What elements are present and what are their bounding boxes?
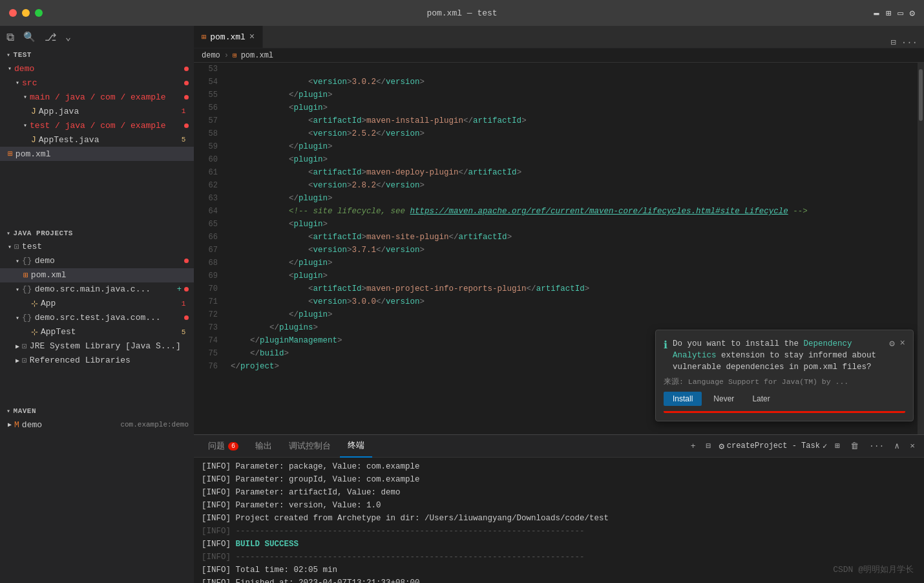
terminal-content[interactable]: [INFO] Parameter: package, Value: com.ex… [194,458,924,583]
notification-info-icon: ℹ [664,339,667,352]
demo-label: demo [14,64,182,74]
sidebar-item-jp-src-main[interactable]: ▾ {} demo.src.main.java.c... + [0,282,194,297]
settings-icon[interactable]: ⚙ [910,8,915,19]
src-arrow: ▾ [16,79,19,87]
sidebar-item-demo[interactable]: ▾ demo [0,61,194,76]
sidebar-item-jp-demo[interactable]: ▾ {} demo [0,254,194,268]
braces-test-icon: {} [22,313,32,323]
breadcrumb-demo[interactable]: demo [202,51,220,60]
log-sep-2: [INFO] ---------------------------------… [202,551,916,564]
split-panel-btn[interactable]: ⊞ [832,440,843,452]
trash-btn[interactable]: 🗑 [848,440,861,452]
sidebar-item-jp-pom[interactable]: ⊞ pom.xml [0,268,194,282]
test-path-dot [184,123,189,128]
main-arrow: ▾ [23,93,27,101]
notification-text: Do you want to install the Dependency An… [673,338,884,373]
sidebar-item-maven-demo[interactable]: ▶ M demo com.example:demo [0,418,194,432]
traffic-lights [9,9,43,17]
add-terminal-btn[interactable]: + [688,440,698,452]
apptest-java-label: AppTest.java [39,135,178,145]
maximize-button[interactable] [35,9,43,17]
close-button[interactable] [9,9,17,17]
jp-src-main-label: demo.src.main.java.c... [35,284,174,294]
close-panel-btn[interactable]: × [907,440,918,452]
notification-source: 来源: Language Support for Java(TM) by ... [664,377,905,387]
log-sep-1: [INFO] ---------------------------------… [202,525,916,538]
sidebar-item-src[interactable]: ▾ src [0,76,194,90]
line-numbers: 5354555657 5859606162 6364656667 6869707… [194,63,223,434]
jp-reflibs-label: Referenced Libraries [30,355,189,365]
maven-demo-sublabel: com.example:demo [120,421,189,429]
panel-tab-problems[interactable]: 问题 6 [200,435,246,458]
branch-icon[interactable]: ⎇ [45,31,56,44]
jp-test-arrow: ▾ [8,243,12,251]
jp-src-test-label: demo.src.test.java.com... [35,313,182,323]
minimize-button[interactable] [22,9,30,17]
sidebar-item-jp-jre[interactable]: ▶ ⊡ JRE System Library [Java S...] [0,339,194,354]
test-section-header[interactable]: ▾ TEST [0,48,194,61]
panel-tab-terminal[interactable]: 终端 [340,435,372,458]
notif-text-part1: Do you want to install the [673,339,804,348]
tab-close-button[interactable]: × [249,32,255,42]
search-icon[interactable]: 🔍 [23,31,36,43]
maven-section-header[interactable]: ▾ MAVEN [0,405,194,418]
jp-src-main-dot [184,287,189,292]
sidebar-item-jp-src-test[interactable]: ▾ {} demo.src.test.java.com... [0,311,194,325]
jp-pom-label: pom.xml [31,270,189,280]
watermark: CSDN @明明如月学长 [833,564,914,575]
panel-tab-debug[interactable]: 调试控制台 [281,435,339,458]
up-btn[interactable]: ∧ [892,440,902,452]
sidebar-item-main-path[interactable]: ▾ main / java / com / example [0,90,194,104]
braces-icon: {} [22,256,32,266]
copy-files-icon[interactable]: ⧉ [6,31,14,44]
sidebar-item-pom-xml[interactable]: ⊞ pom.xml [0,147,194,161]
notification-close-button[interactable]: × [900,338,905,348]
tab-pom-label: pom.xml [210,32,246,42]
chevron-down-icon[interactable]: ⌄ [65,31,71,43]
main-dot [184,95,189,100]
split-terminal-btn[interactable]: ⊟ [704,440,714,452]
apptest-icon: ⊹ [31,327,38,337]
sidebar-item-jp-test[interactable]: ▾ ⊡ test [0,240,194,254]
breadcrumb-pom[interactable]: pom.xml [241,51,273,60]
problems-badge: 6 [228,442,238,450]
log-line-5: [INFO] Project created from Archetype in… [202,512,916,525]
sidebar-item-jp-app[interactable]: ⊹ App 1 [0,297,194,311]
more-btn[interactable]: ··· [866,440,887,452]
sidebar-toggle-icon[interactable]: ▭ [898,8,903,19]
task-check-icon: ✓ [823,441,827,451]
never-button[interactable]: Never [707,392,740,406]
install-button[interactable]: Install [664,392,702,406]
reflib-icon: ⊡ [22,355,27,366]
braces-main-icon: {} [22,284,32,294]
sidebar-item-apptest-java[interactable]: J AppTest.java 5 [0,132,194,147]
tab-pom-xml[interactable]: ⊞ pom.xml × [194,26,263,48]
demo-dot [184,67,189,71]
window-title: pom.xml — test [426,8,497,18]
maven-arrow: ▾ [6,407,11,415]
scrollbar-thumb [919,69,923,121]
editor-scrollbar[interactable] [918,63,924,434]
sidebar-item-jp-apptest[interactable]: ⊹ AppTest 5 [0,325,194,339]
sidebar-item-test-path[interactable]: ▾ test / java / com / example [0,118,194,132]
jp-apptest-badge: 5 [178,328,189,336]
sidebar-item-jp-reflibs[interactable]: ▶ ⊡ Referenced Libraries [0,354,194,368]
maven-demo-label: demo [22,420,118,430]
problems-label: 问题 [208,440,225,452]
maven-icon: M [14,420,19,430]
jp-app-label: App [41,299,178,308]
editor-layout-icon[interactable]: ⊞ [886,8,891,19]
java-projects-header[interactable]: ▾ JAVA PROJECTS [0,227,194,240]
later-button[interactable]: Later [746,392,776,406]
split-editor-icon[interactable]: ⊟ [890,37,896,48]
breadcrumb-sep: › [224,51,229,60]
breadcrumb: demo › ⊞ pom.xml [194,48,924,63]
panel-toggle-icon[interactable]: ▬ [874,8,879,18]
maven-demo-arrow: ▶ [8,421,12,429]
notification-settings-icon[interactable]: ⚙ [889,338,894,349]
src-label: src [22,78,182,88]
more-tabs-icon[interactable]: ··· [901,37,918,48]
panel-tab-output[interactable]: 输出 [247,435,280,458]
sidebar-item-app-java[interactable]: J App.java 1 [0,104,194,118]
debug-label: 调试控制台 [289,440,331,452]
